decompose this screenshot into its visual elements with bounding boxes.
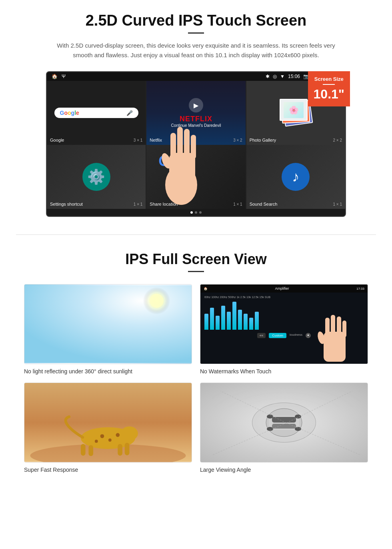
dot-3 (199, 211, 202, 214)
eq-toggle[interactable]: ● (306, 333, 311, 338)
feature-watermark-image: 🏠 Amplifier 17:33 60hz100hz200hz500hz1k2… (200, 284, 368, 364)
hand-overlay (145, 105, 217, 205)
svg-point-21 (108, 439, 112, 442)
svg-point-19 (121, 427, 138, 441)
google-logo: Google (60, 110, 79, 116)
eq-title: Amplifier (275, 287, 289, 291)
feature-watermark: 🏠 Amplifier 17:33 60hz100hz200hz500hz1k2… (200, 284, 368, 375)
feature-fast-response: Super Fast Response (24, 383, 192, 473)
section-curved-screen: 2.5D Curved IPS Touch Screen With 2.5D c… (0, 0, 392, 226)
eq-status-bar: 🏠 Amplifier 17:33 (200, 285, 368, 293)
eq-bar-2 (210, 308, 214, 330)
feature-viewing-angle: Large Viewing Angle (200, 383, 368, 473)
feature-cheetah-image (24, 383, 192, 463)
sound-label: Sound Search (250, 202, 278, 206)
settings-size: 1 × 1 (134, 202, 143, 206)
feature-car-image (200, 383, 368, 463)
bluetooth-icon: ✱ (266, 74, 270, 79)
eq-bar-1 (204, 314, 208, 330)
eq-bar-10 (255, 312, 259, 330)
eq-bar-8 (244, 314, 248, 330)
screen-size-badge: Screen Size 10.1" (308, 71, 350, 106)
feature-watermark-label: No Watermarks When Touch (200, 368, 368, 375)
svg-rect-24 (81, 444, 86, 455)
svg-point-23 (95, 440, 98, 443)
eq-bar-9 (249, 318, 253, 330)
dot-1 (190, 211, 193, 214)
section-ips-view: IPS Full Screen View (0, 243, 392, 485)
badge-divider (323, 84, 335, 85)
eq-loudness-label: loudness (290, 333, 302, 338)
eq-bar-3 (216, 316, 220, 330)
settings-app-cell[interactable]: ⚙️ Settings shortcut 1 × 1 (47, 145, 146, 209)
netflix-size: 3 × 2 (233, 138, 242, 142)
pagination-dots (47, 209, 345, 216)
eq-custom-btn[interactable]: Custom (269, 333, 286, 338)
sound-search-cell[interactable]: ♪ Sound Search 1 × 1 (246, 145, 345, 209)
svg-rect-25 (88, 445, 93, 456)
dot-2 (195, 211, 197, 214)
title-underline (188, 32, 204, 34)
svg-rect-5 (191, 135, 196, 159)
eq-prev-btn[interactable]: << (257, 333, 266, 338)
settings-icon: ⚙️ (82, 163, 110, 191)
feature-sunlight-label: No light reflecting under 360° direct su… (24, 368, 192, 375)
android-status-bar: 🏠 Ψ ✱ ◎ ▼ 15:06 📷 🔊 ✕ ▭ ↩ (47, 72, 345, 81)
eq-bar-5 (227, 312, 231, 330)
svg-point-22 (116, 433, 120, 437)
cheetah-background (24, 383, 192, 462)
svg-rect-4 (184, 129, 190, 159)
sound-size: 1 × 1 (333, 202, 342, 206)
gallery-label: Photo Gallery (250, 138, 276, 142)
section2-title: IPS Full Screen View (24, 251, 368, 268)
car-background (200, 383, 368, 462)
sky-background (24, 285, 192, 364)
svg-rect-26 (118, 444, 122, 455)
section-divider (16, 234, 376, 235)
feature-fast-label: Super Fast Response (24, 467, 192, 473)
svg-point-9 (150, 294, 164, 308)
feature-grid: No light reflecting under 360° direct su… (24, 284, 368, 473)
google-size: 3 × 1 (134, 138, 143, 142)
section2-title-underline (188, 271, 204, 272)
eq-time: 17:33 (356, 287, 364, 291)
feature-sunlight: No light reflecting under 360° direct su… (24, 284, 192, 375)
svg-rect-14 (342, 321, 346, 337)
google-mic-icon: 🎤 (126, 110, 133, 116)
home-icon: 🏠 (52, 74, 58, 79)
feature-sunlight-image (24, 284, 192, 364)
feature-viewing-label: Large Viewing Angle (200, 467, 368, 473)
gps-icon: ◎ (273, 74, 277, 79)
google-label: Google (50, 138, 64, 142)
svg-rect-13 (337, 317, 341, 337)
eq-bar-7 (238, 310, 242, 330)
status-time: 15:06 (288, 74, 300, 79)
svg-rect-11 (325, 318, 330, 338)
section1-description: With 2.5D curved-display screen, this de… (56, 41, 336, 60)
eq-home-icon: 🏠 (204, 287, 208, 291)
google-app-cell[interactable]: Google 🎤 Google 3 × 1 (47, 81, 146, 145)
eq-bar-6 (232, 302, 236, 330)
google-search-bar[interactable]: Google 🎤 (54, 108, 138, 118)
wifi-icon: ▼ (280, 74, 285, 79)
status-left: 🏠 Ψ (52, 74, 66, 79)
svg-rect-3 (177, 127, 183, 159)
section1-title: 2.5D Curved IPS Touch Screen (24, 12, 368, 29)
equalizer-background: 🏠 Amplifier 17:33 60hz100hz200hz500hz1k2… (200, 285, 368, 364)
share-size: 1 × 1 (233, 202, 242, 206)
svg-rect-27 (125, 443, 130, 455)
gallery-size: 2 × 2 (333, 138, 342, 142)
eq-freq-labels: 60hz100hz200hz500hz1k2.5k10k12.5k15kSUB (203, 295, 365, 299)
music-icon: ♪ (282, 163, 310, 191)
svg-point-20 (100, 434, 104, 438)
badge-title: Screen Size (314, 76, 344, 82)
eq-bar-4 (221, 306, 225, 330)
svg-rect-2 (170, 133, 176, 161)
badge-size: 10.1" (314, 87, 344, 102)
android-mockup: Screen Size 10.1" 🏠 Ψ ✱ ◎ ▼ 15:06 📷 🔊 ✕ (46, 71, 346, 217)
usb-icon: Ψ (62, 74, 66, 79)
svg-rect-12 (331, 315, 335, 337)
settings-label: Settings shortcut (50, 202, 83, 206)
